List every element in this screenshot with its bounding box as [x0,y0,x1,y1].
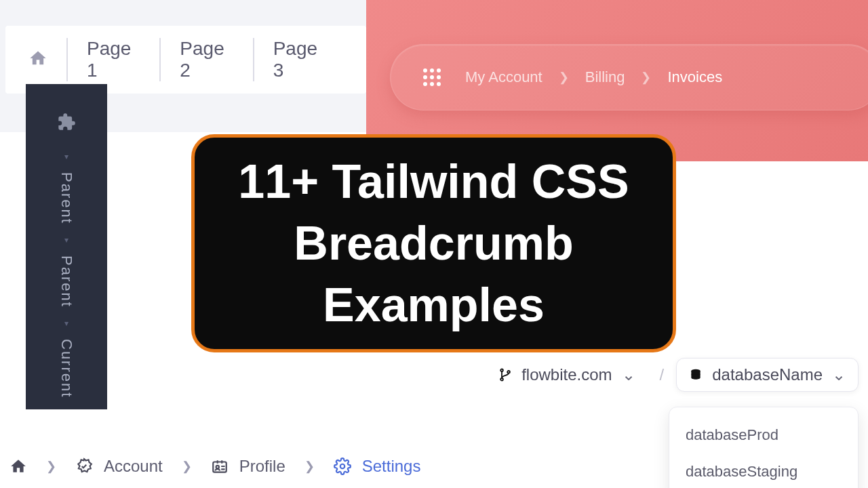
chevron-right-icon: ❯ [46,459,56,474]
breadcrumb-item-current: Invoices [667,68,722,86]
chevron-down-icon: ⌄ [832,365,846,384]
chevron-right-icon: ❯ [641,70,651,85]
breadcrumb-segment-database[interactable]: databaseName ⌄ [676,358,859,392]
breadcrumb-segment-domain[interactable]: flowbite.com ⌄ [486,359,647,391]
breadcrumb-label: Account [104,457,163,476]
dropdown-option[interactable]: databaseStaging [669,453,858,488]
breadcrumb-dropdown-row: flowbite.com ⌄ / databaseName ⌄ [486,358,859,392]
chevron-right-icon: ❯ [559,70,569,85]
breadcrumb-item-current: Current [58,339,75,398]
breadcrumb-pill: My Account ❯ Billing ❯ Invoices [390,44,868,110]
breadcrumb-label: Profile [239,457,285,476]
svg-point-5 [216,466,218,468]
breadcrumb-label: Settings [362,457,421,476]
chevron-down-icon: ▾ [64,235,68,245]
domain-label: flowbite.com [521,365,612,384]
separator: / [660,365,665,384]
puzzle-icon[interactable] [57,113,76,134]
chevron-down-icon: ⌄ [622,365,635,384]
breadcrumb-item[interactable]: Page 2 [159,38,252,81]
chevron-right-icon: ❯ [182,459,192,474]
git-branch-icon [498,368,512,382]
chevron-right-icon: ❯ [304,459,315,474]
breadcrumb-item[interactable]: Page 1 [66,38,159,81]
breadcrumb-item[interactable]: My Account [465,68,542,86]
breadcrumb-item[interactable]: Parent [58,172,75,224]
database-icon [689,368,703,382]
breadcrumb-item-current: Settings [334,457,421,476]
page-title: 11+ Tailwind CSS Breadcrumb Examples [195,151,673,336]
apps-grid-icon[interactable] [423,68,441,86]
database-label: databaseName [712,365,823,384]
check-badge-icon [75,458,93,475]
breadcrumb-vertical: ▾ Parent ▾ Parent ▾ Current [26,84,107,409]
breadcrumb-simple: Page 1 Page 2 Page 3 [5,26,366,94]
dropdown-option[interactable]: databaseProd [669,417,858,453]
title-card: 11+ Tailwind CSS Breadcrumb Examples [191,134,676,352]
breadcrumb-item[interactable]: Page 3 [253,38,346,81]
gear-icon [334,458,351,475]
home-icon[interactable] [26,49,66,70]
breadcrumb-item[interactable]: Profile [211,457,285,476]
database-dropdown: databaseProd databaseStaging [669,407,859,488]
breadcrumb-item[interactable]: Account [75,457,163,476]
chevron-down-icon: ▾ [64,152,68,161]
breadcrumb-item[interactable]: Billing [585,68,625,86]
home-icon[interactable] [9,458,27,475]
id-card-icon [211,458,229,475]
breadcrumb-item[interactable]: Parent [58,256,75,308]
svg-point-6 [340,464,345,469]
chevron-down-icon: ▾ [64,319,68,328]
breadcrumb-iconed: ❯ Account ❯ Profile ❯ Settings [9,457,420,476]
